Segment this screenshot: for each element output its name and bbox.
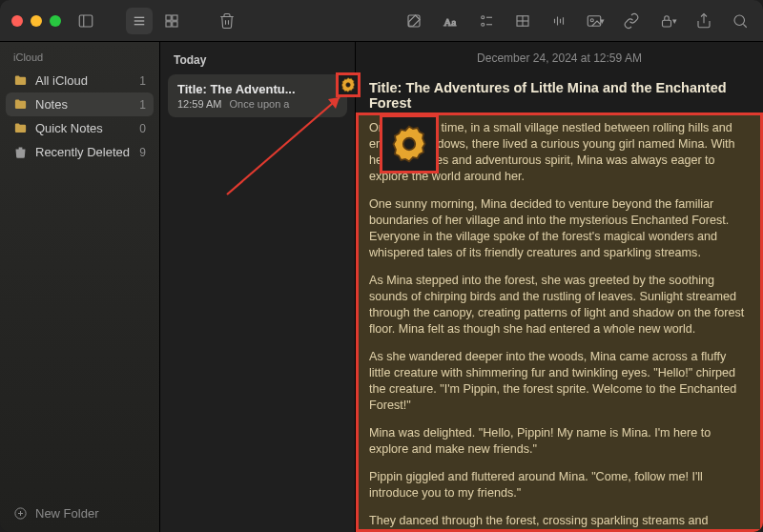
note-list-item-preview: Once upon a [229,98,289,110]
sidebar-item-notes[interactable]: Notes 1 [6,92,154,116]
svg-point-33 [346,83,351,88]
sidebar-item-label: Recently Deleted [35,145,130,159]
sidebar-item-label: All iCloud [35,73,88,88]
trash-icon [13,145,28,159]
titlebar: Aa ▾ ▾ [0,0,763,42]
folder-icon [13,73,28,88]
svg-rect-0 [79,15,93,27]
sidebar-item-recently-deleted[interactable]: Recently Deleted 9 [6,140,154,164]
audio-button[interactable] [546,8,572,34]
grid-view-button[interactable] [158,8,185,34]
notes-list-group-header: Today [160,42,355,74]
window-controls [0,15,72,27]
note-list-item[interactable]: Title: The Adventu... 12:59 AM Once upon… [168,74,347,117]
minimize-window-button[interactable] [31,15,42,27]
note-list-item-time: 12:59 AM [177,98,221,110]
list-view-button[interactable] [126,8,153,34]
svg-line-27 [743,24,746,27]
new-folder-label: New Folder [35,506,98,521]
sidebar-item-count: 1 [139,98,146,112]
gear-icon [388,123,430,165]
checklist-button[interactable] [473,8,500,34]
note-timestamp: December 24, 2024 at 12:59 AM [356,42,763,72]
fullscreen-window-button[interactable] [50,15,61,27]
svg-rect-6 [173,15,177,20]
svg-point-11 [482,15,485,18]
toggle-sidebar-button[interactable] [72,8,99,34]
notes-list: Today Title: The Adventu... 12:59 AM Onc… [160,42,356,532]
close-window-button[interactable] [11,15,23,27]
annotation-callout-large [380,114,439,174]
link-button[interactable] [618,8,645,34]
app-window: Aa ▾ ▾ iCloud All iCloud 1 Notes [0,0,763,532]
share-button[interactable] [691,8,717,34]
annotation-callout-small [336,72,361,97]
new-note-button[interactable] [401,8,427,34]
svg-rect-8 [173,21,177,26]
svg-rect-7 [166,21,171,26]
sidebar-item-label: Quick Notes [35,121,103,135]
media-button[interactable]: ▾ [582,8,608,34]
svg-text:Aa: Aa [443,15,456,27]
lock-button[interactable]: ▾ [654,8,681,34]
table-button[interactable] [509,8,536,34]
plus-circle-icon [13,506,28,521]
new-folder-button[interactable]: New Folder [0,497,159,532]
sidebar-item-quick-notes[interactable]: Quick Notes 0 [6,116,154,140]
sidebar-item-count: 9 [139,146,146,159]
svg-point-34 [403,138,415,150]
sidebar-item-count: 0 [139,122,146,135]
svg-point-26 [734,15,745,26]
svg-point-13 [482,23,485,26]
note-title: Title: The Adventures of Little Mina and… [369,72,750,120]
folders-sidebar: iCloud All iCloud 1 Notes 1 Quick Notes … [0,42,160,532]
gear-icon [340,76,357,93]
view-switcher [126,8,185,34]
delete-button[interactable] [214,8,240,34]
svg-point-23 [590,18,593,21]
sidebar-item-label: Notes [35,97,68,112]
note-list-item-title: Title: The Adventu... [177,82,338,96]
sidebar-item-all-icloud[interactable]: All iCloud 1 [6,69,154,92]
svg-rect-5 [166,15,171,20]
svg-rect-24 [663,20,671,27]
sidebar-item-count: 1 [139,74,146,88]
note-text: Once upon a time, in a small village nes… [369,120,750,528]
sidebar-section-header: iCloud [0,42,159,67]
search-button[interactable] [727,8,753,34]
font-style-button[interactable]: Aa [437,8,464,34]
folder-icon [13,97,28,112]
folder-icon [13,121,28,135]
